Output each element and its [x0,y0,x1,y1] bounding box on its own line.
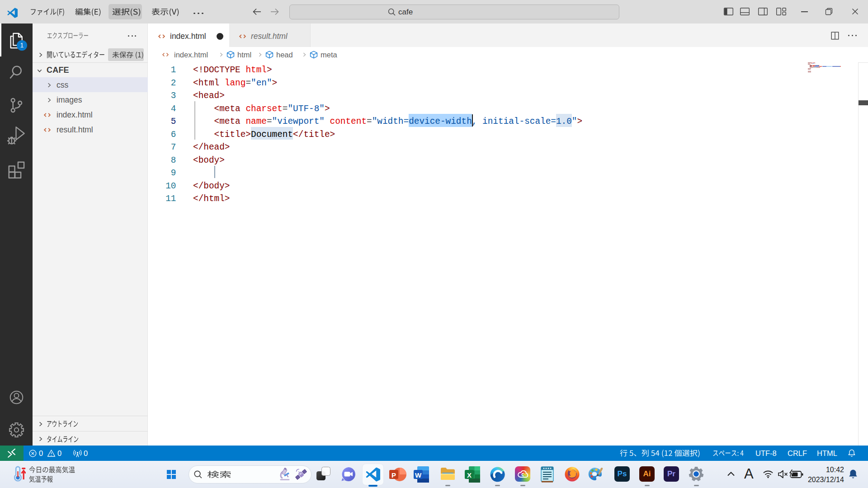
svg-text:W: W [415,471,422,479]
svg-text:X: X [467,471,472,479]
svg-text:P: P [392,471,396,479]
